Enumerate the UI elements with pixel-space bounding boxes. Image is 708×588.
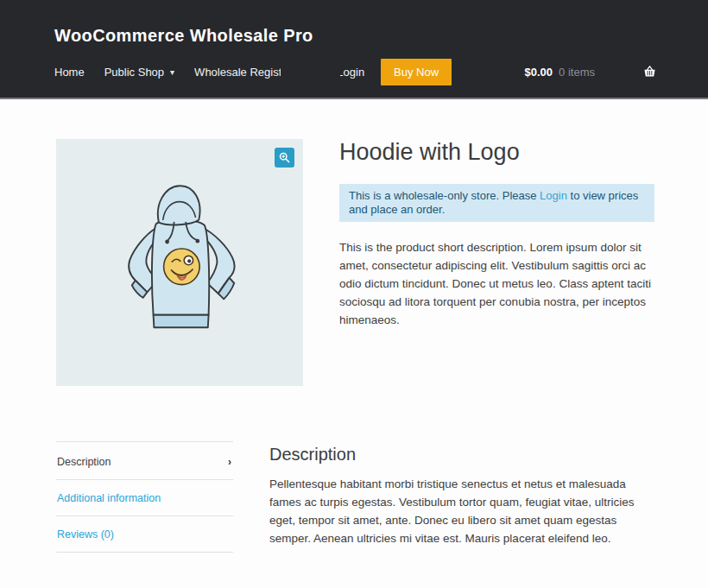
- nav-item-home[interactable]: Home: [54, 66, 85, 79]
- tab-reviews[interactable]: Reviews (0): [56, 516, 233, 553]
- cart-item-count: 0 items: [559, 66, 595, 79]
- winking-emoji-logo: [164, 249, 200, 285]
- notice-login-link[interactable]: Login: [540, 189, 567, 202]
- site-title[interactable]: WooCommerce Wholesale Pro: [54, 0, 313, 47]
- description-panel: Description Pellentesque habitant morbi …: [269, 441, 654, 553]
- cart-summary[interactable]: $0.00 0 items: [525, 66, 595, 79]
- description-heading: Description: [269, 444, 654, 465]
- product-short-description: This is the product short description. L…: [339, 238, 654, 329]
- main-nav: Home Public Shop▾ Wholesale Registration…: [54, 59, 656, 85]
- notice-text-before: This is a wholesale-only store. Please: [349, 189, 540, 202]
- product-tabs: Description › Additional information Rev…: [56, 441, 233, 553]
- tab-additional-information[interactable]: Additional information: [56, 480, 233, 516]
- product-section: Hoodie with Logo This is a wholesale-onl…: [56, 139, 654, 386]
- tab-additional-information-label: Additional information: [57, 492, 161, 504]
- buy-now-button[interactable]: Buy Now: [381, 59, 452, 85]
- description-body: Pellentesque habitant morbi tristique se…: [269, 475, 654, 547]
- hoodie-illustration: [111, 180, 249, 345]
- cart-total: $0.00: [525, 66, 553, 79]
- product-info: Hoodie with Logo This is a wholesale-onl…: [339, 139, 654, 386]
- product-image[interactable]: [56, 139, 303, 386]
- product-details-section: Description › Additional information Rev…: [56, 441, 654, 553]
- page-main: Hoodie with Logo This is a wholesale-onl…: [0, 139, 708, 553]
- image-zoom-button[interactable]: [275, 148, 294, 168]
- tab-reviews-label: Reviews (0): [57, 528, 114, 541]
- tab-description[interactable]: Description ›: [56, 442, 233, 480]
- chevron-down-icon: ▾: [170, 67, 174, 77]
- tab-description-label: Description: [57, 456, 111, 468]
- product-title: Hoodie with Logo: [339, 139, 654, 165]
- chevron-right-icon: ›: [228, 457, 231, 467]
- nav-item-login[interactable]: Login: [340, 66, 364, 79]
- magnifier-plus-icon: [279, 152, 290, 163]
- basket-icon[interactable]: [643, 66, 656, 78]
- site-header: WooCommerce Wholesale Pro Home Public Sh…: [0, 0, 708, 99]
- wholesale-notice: This is a wholesale-only store. Please L…: [339, 184, 654, 222]
- nav-item-wholesale-registration[interactable]: Wholesale Registration: [194, 66, 281, 79]
- nav-item-public-shop[interactable]: Public Shop▾: [104, 66, 174, 79]
